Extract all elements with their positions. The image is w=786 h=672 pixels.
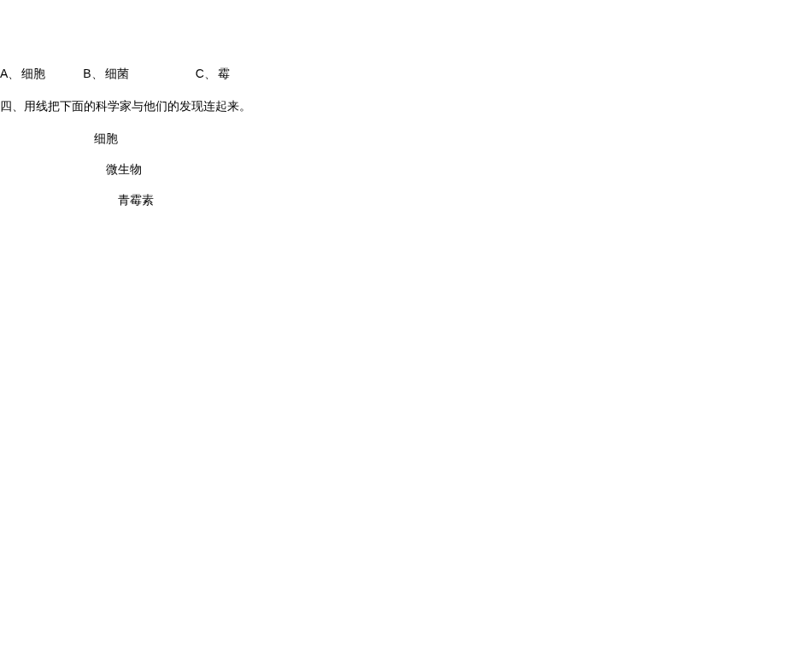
matching-items: 细胞 微生物 青霉素 bbox=[94, 131, 786, 208]
matching-item-2: 微生物 bbox=[106, 162, 786, 178]
option-b: B、细菌 bbox=[83, 67, 128, 82]
option-c-text: 霉 bbox=[218, 67, 230, 80]
question-text: 用线把下面的科学家与他们的发现连起来。 bbox=[24, 99, 251, 113]
matching-item-1: 细胞 bbox=[94, 131, 786, 147]
option-c: C、霉 bbox=[196, 67, 230, 82]
option-b-text: 细菌 bbox=[105, 67, 129, 80]
matching-item-3: 青霉素 bbox=[118, 193, 786, 208]
option-a-label: A、 bbox=[0, 67, 20, 80]
option-a-text: 细胞 bbox=[21, 67, 45, 80]
question-header: 四、用线把下面的科学家与他们的发现连起来。 bbox=[0, 99, 786, 114]
option-b-label: B、 bbox=[83, 67, 103, 80]
option-c-label: C、 bbox=[196, 67, 216, 80]
option-a: A、细胞 bbox=[0, 67, 45, 82]
options-row: A、细胞 B、细菌 C、霉 bbox=[0, 67, 786, 82]
question-number: 四、 bbox=[0, 99, 24, 113]
